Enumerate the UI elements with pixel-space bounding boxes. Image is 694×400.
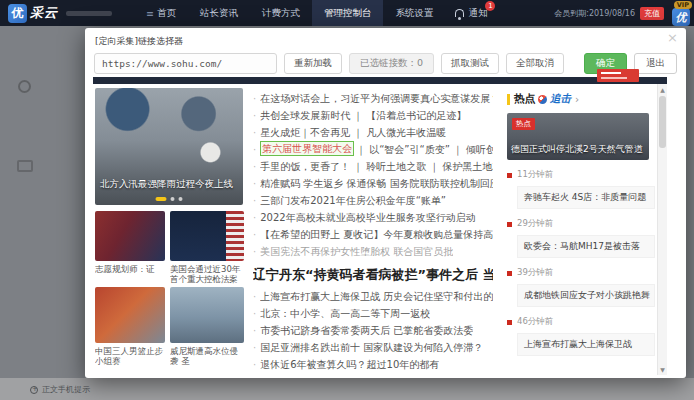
carousel-dots[interactable]	[154, 197, 185, 201]
nav-item[interactable]: ≡ 管理控制台	[312, 0, 384, 26]
hot-story-text: 奔驰车起火 4S店：非质量问题	[517, 186, 655, 209]
headline-link[interactable]: · 国足亚洲排名跌出前十 国家队建设为何陷入停滞？	[253, 339, 493, 356]
photo-tile[interactable]: 中国三人男篮止步小组赛	[95, 287, 165, 366]
nav-item[interactable]: ≡ 首页	[134, 0, 188, 26]
headline-link[interactable]: · 美国宪法不再保护女性堕胎权 联合国官员批	[253, 243, 493, 260]
hot-sidebar: 热点 追击 › 热点 德国正式叫停北溪2号天然气管道 11分钟前 奔驰车起火 4…	[499, 84, 657, 375]
vip-logo[interactable]: VIP 优	[666, 1, 692, 25]
headline-link[interactable]: · 上海宣布打赢大上海保卫战 历史会记住坚守和付出的所有人	[253, 288, 493, 305]
hot-story-text: 成都地铁回应女子对小孩跳艳舞	[517, 284, 655, 307]
nav-item-label: 管理控制台	[324, 7, 372, 20]
photo-tile[interactable]: 威尼斯遭高水位侵袭 圣	[170, 287, 244, 366]
hot-story-image[interactable]: 热点 德国正式叫停北溪2号天然气管道	[507, 113, 649, 160]
photo-tile[interactable]: 美国会通过近30年首个重大控枪法案	[170, 211, 244, 284]
headline-link[interactable]: · 北京：中小学、高一高二等下周一返校	[253, 305, 493, 322]
headline-text: 辽宁丹东“持黄码者看病被拦”事件之后 当地12345回应	[253, 265, 493, 285]
modal-toolbar: 重新加载 已选链接数：0 抓取测试 全部取消 确定 退出	[94, 52, 677, 74]
photo-tile[interactable]: 志愿规划师：证	[95, 211, 165, 284]
page-scrollbar[interactable]: ▲ ▼	[657, 84, 667, 375]
nav-item-label: 站长资讯	[200, 7, 238, 20]
selected-links-count: 已选链接数：0	[349, 53, 434, 74]
tile-caption: 威尼斯遭高水位侵袭 圣	[170, 346, 244, 366]
bullet-icon: ·	[253, 192, 256, 209]
promo-banner[interactable]	[597, 69, 639, 82]
bullet-icon: ·	[253, 158, 256, 175]
bullet-icon: ·	[253, 175, 256, 192]
notification-badge: 1	[485, 1, 495, 11]
hot-sidebar-header[interactable]: 热点 追击 ›	[507, 92, 655, 106]
dimmed-icon-ring	[18, 80, 31, 93]
bullet-icon: ·	[253, 107, 256, 124]
hot-story-item[interactable]: 29分钟前 欧委会：马航MH17是被击落	[507, 218, 655, 258]
red-square-icon	[507, 222, 512, 227]
carousel-dot-active[interactable]	[156, 197, 167, 201]
nav-item[interactable]: ≡ 系统设置	[383, 0, 445, 26]
hot-story-list: 11分钟前 奔驰车起火 4S店：非质量问题 29分钟前 欧委会：马航MH17是被…	[507, 169, 655, 356]
nav-item[interactable]: ≡ 计费方式	[250, 0, 312, 26]
headline-link[interactable]: · 共创全球发展新时代 ｜ 【沿着总书记的足迹】	[253, 107, 493, 124]
headline-link[interactable]: · 2022年高校未就业高校毕业生服务攻坚行动启动	[253, 209, 493, 226]
headline-link[interactable]: · 退休近6年被查算久吗？超过10年的都有	[253, 356, 493, 373]
headline-link[interactable]: · 第六届世界智能大会 ｜ 以“智会”引“质变” ｜ 倾听创新的律动	[253, 141, 493, 158]
headline-link[interactable]: · 辽宁丹东“持黄码者看病被拦”事件之后 当地12345回应	[253, 265, 493, 285]
notifications-button[interactable]: 通知 1	[445, 0, 497, 26]
red-square-icon	[507, 271, 512, 276]
embedded-webpage: 北方入汛最强降雨过程今夜上线 志愿规划师：证 美国会通过近30年首个	[93, 84, 667, 375]
headline-text: 美国宪法不再保护女性堕胎权 联合国官员批	[260, 243, 453, 260]
bullet-icon: ·	[253, 322, 256, 339]
vip-logo-char: 优	[672, 8, 690, 26]
app-logo[interactable]: 优	[8, 4, 27, 23]
sidebar-title-b: 追击	[550, 92, 571, 106]
headline-text: 上海宣布打赢大上海保卫战 历史会记住坚守和付出的所有人	[260, 288, 493, 305]
headline-link[interactable]: · 市委书记跻身省委常委两天后 已掌舵省委政法委	[253, 322, 493, 339]
notify-label: 通知	[468, 7, 487, 20]
selected-link-highlight[interactable]: 第六届世界智能大会	[260, 141, 354, 156]
membership-expiry-text: 会员到期:2019/08/16	[554, 8, 635, 19]
hot-story-item[interactable]: 39分钟前 成都地铁回应女子对小孩跳艳舞	[507, 267, 655, 307]
tile-image	[95, 287, 165, 343]
bullet-icon: ·	[253, 243, 256, 260]
exit-button[interactable]: 退出	[634, 53, 677, 74]
tile-image	[170, 211, 244, 261]
grab-test-button[interactable]: 抓取测试	[441, 53, 499, 74]
carousel-dot[interactable]	[179, 197, 183, 201]
headline-text: 三部门发布2021年住房公积金年度“账单”	[260, 192, 446, 209]
behind-modal-note-text: 正文手机提示	[42, 384, 90, 395]
close-icon[interactable]: ×	[667, 30, 678, 45]
top-navbar: 优 采云 ≡ 首页 ≡ 站长资讯 ≡ 计费方式 ≡ 管理控制台	[0, 0, 694, 26]
hot-story-item[interactable]: 46分钟前 上海宣布打赢大上海保卫战	[507, 316, 655, 356]
scroll-down-icon[interactable]: ▼	[658, 366, 667, 373]
headline-link[interactable]: · 三部门发布2021年住房公积金年度“账单”	[253, 192, 493, 209]
url-input[interactable]	[94, 53, 277, 74]
red-square-icon	[507, 173, 512, 178]
hot-story-time: 11分钟前	[507, 169, 655, 181]
hot-story-text: 欧委会：马航MH17是被击落	[517, 235, 655, 258]
tile-image	[95, 211, 165, 261]
headline-text: 【在希望的田野上 夏收记】今年夏粮收购总量保持高水平	[260, 226, 493, 243]
recharge-button[interactable]: 充值	[640, 7, 664, 20]
scroll-up-icon[interactable]: ▲	[658, 86, 667, 93]
scrollbar-thumb[interactable]	[659, 96, 666, 148]
nav-menu: ≡ 首页 ≡ 站长资讯 ≡ 计费方式 ≡ 管理控制台 ≡ 系统设置	[134, 0, 445, 26]
headline-link[interactable]: · 【在希望的田野上 夏收记】今年夏粮收购总量保持高水平	[253, 226, 493, 243]
headline-link[interactable]: · 手里的饭，更香了！ ｜ 聆听土地之歌 ｜ 保护黑土地就是保护每个…	[253, 158, 493, 175]
time-label: 46分钟前	[517, 316, 553, 328]
tile-caption: 美国会通过近30年首个重大控枪法案	[170, 264, 244, 284]
bullet-icon: ·	[253, 124, 256, 141]
cancel-all-button[interactable]: 全部取消	[506, 53, 564, 74]
time-label: 39分钟前	[517, 267, 553, 279]
hot-story-caption: 德国正式叫停北溪2号天然气管道	[511, 143, 643, 156]
headline-link[interactable]: · 星火成炬｜不舍再见 ｜ 凡人微光丰收温暖	[253, 124, 493, 141]
news-photo-column: 北方入汛最强降雨过程今夜上线 志愿规划师：证 美国会通过近30年首个	[93, 84, 243, 375]
reload-button[interactable]: 重新加载	[284, 53, 342, 74]
bullet-icon: ·	[253, 339, 256, 356]
headline-link[interactable]: · 精准赋码 学生返乡 保通保畅 国务院联防联控机制回应	[253, 175, 493, 192]
modal-title: [定向采集]链接选择器	[95, 35, 183, 48]
carousel-dot[interactable]	[171, 197, 175, 201]
hot-story-item[interactable]: 11分钟前 奔驰车起火 4S店：非质量问题	[507, 169, 655, 209]
hot-story-time: 46分钟前	[507, 316, 655, 328]
hamburger-icon: ≡	[146, 8, 154, 19]
headline-link[interactable]: · 在这场对话会上，习近平为何强调要真心实意谋发展？	[253, 90, 493, 107]
nav-item[interactable]: ≡ 站长资讯	[188, 0, 250, 26]
hero-carousel[interactable]: 北方入汛最强降雨过程今夜上线	[95, 88, 243, 205]
